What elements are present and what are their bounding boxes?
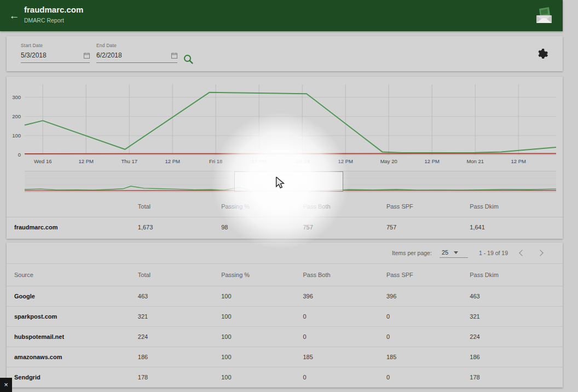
column-header: Passing % [221, 264, 303, 286]
chevron-left-icon [519, 250, 525, 256]
row-label: Google [7, 286, 138, 306]
x-axis-tick-label: 12 PM [165, 158, 180, 164]
column-header [7, 196, 138, 217]
x-axis-tick-label: 12 PM [251, 158, 267, 164]
cell-value: 100 [221, 306, 303, 326]
table-row[interactable]: hubspotemail.net22410000224 [7, 326, 563, 347]
column-header: Pass Dkim [470, 196, 563, 217]
settings-gear-icon[interactable] [536, 48, 548, 60]
chevron-right-icon [537, 250, 543, 256]
cell-value: 186 [470, 347, 563, 367]
cell-value: 0 [386, 367, 470, 387]
x-axis-tick-label: 12 PM [511, 158, 527, 164]
x-axis-tick-label: May 20 [380, 158, 397, 164]
table-header-row: TotalPassing %Pass BothPass SPFPass Dkim [7, 196, 563, 217]
date-filter-toolbar: Start Date 5/3/2018 End Date 6/2/2018 [7, 36, 563, 71]
calendar-icon[interactable] [84, 53, 90, 59]
cell-value: 100 [221, 326, 303, 347]
cell-value: 186 [138, 347, 221, 367]
x-axis-tick-label: Sat 19 [294, 158, 309, 164]
mouse-cursor-icon [275, 177, 285, 189]
start-date-label: Start Date [21, 43, 90, 48]
cell-value: 178 [138, 367, 221, 387]
cell-value: 98 [221, 217, 303, 238]
chart-range-selector[interactable] [25, 171, 556, 192]
cell-value: 224 [138, 326, 221, 347]
x-axis-tick-label: Thu 17 [121, 158, 137, 164]
cell-value: 185 [386, 347, 470, 367]
table-row[interactable]: fraudmarc.com1,673987577571,641 [7, 217, 563, 238]
cell-value: 321 [138, 306, 221, 326]
cell-value: 0 [303, 306, 386, 326]
cell-value: 185 [303, 347, 386, 367]
cell-value: 396 [386, 286, 470, 306]
chevron-down-icon [454, 251, 458, 254]
column-header: Pass SPF [386, 196, 470, 217]
cell-value: 757 [386, 217, 470, 238]
cell-value: 321 [470, 306, 563, 326]
cell-value: 1,673 [138, 217, 221, 238]
end-date-field[interactable]: End Date 6/2/2018 [96, 43, 177, 63]
page-range-label: 1 - 19 of 19 [479, 250, 508, 256]
cell-value: 757 [303, 217, 386, 238]
row-label: Sendgrid [7, 367, 138, 387]
cell-value: 224 [470, 326, 563, 347]
x-axis-tick-label: 12 PM [78, 158, 94, 164]
column-header: Pass Dkim [470, 264, 563, 286]
dmarc-volume-line-chart: 0100200300Wed 1612 PMThu 1712 PMFri 1812… [7, 77, 563, 169]
paginator: Items per page: 25 1 - 19 of 19 [392, 243, 547, 263]
cell-value: 178 [470, 367, 563, 387]
cell-value: 0 [386, 326, 470, 347]
search-icon[interactable] [183, 54, 194, 65]
column-header: Total [138, 264, 221, 286]
close-overlay-button[interactable]: × [0, 378, 12, 392]
end-date-value[interactable]: 6/2/2018 [96, 51, 122, 59]
cell-value: 463 [470, 286, 563, 306]
y-axis-tick-label: 200 [12, 113, 21, 119]
items-per-page-select[interactable]: 25 [440, 248, 468, 258]
column-header: Pass Both [303, 196, 386, 217]
x-axis-tick-label: 12 PM [338, 158, 353, 164]
row-label: fraudmarc.com [7, 217, 138, 238]
column-header: Source [7, 264, 138, 286]
sources-table-card: Items per page: 25 1 - 19 of 19 SourceTo… [7, 243, 563, 388]
end-date-label: End Date [96, 43, 177, 48]
y-axis-tick-label: 100 [12, 132, 21, 139]
row-label: sparkpost.com [7, 306, 138, 326]
cell-value: 100 [221, 347, 303, 367]
column-header: Pass Both [303, 264, 386, 286]
sources-table: SourceTotalPassing %Pass BothPass SPFPas… [7, 264, 563, 388]
page-subtitle: DMARC Report [24, 17, 64, 24]
domain-summary-table: TotalPassing %Pass BothPass SPFPass Dkim… [7, 196, 563, 238]
back-arrow-icon[interactable]: ← [8, 9, 21, 22]
x-axis-tick-label: Fri 18 [209, 158, 222, 164]
row-label: amazonaws.com [7, 347, 138, 367]
fraudmarc-envelope-logo-icon [533, 4, 555, 25]
x-axis-tick-label: 12 PM [425, 158, 440, 164]
table-row[interactable]: Sendgrid17810000178 [7, 367, 563, 387]
table-row[interactable]: Google463100396396463 [7, 286, 563, 306]
brush-selection-window[interactable] [234, 171, 343, 192]
column-header: Total [138, 196, 221, 217]
items-per-page-value: 25 [442, 249, 448, 256]
row-label: hubspotemail.net [7, 326, 138, 347]
next-page-button[interactable] [535, 247, 547, 259]
calendar-icon[interactable] [171, 53, 177, 59]
table-header-row: SourceTotalPassing %Pass BothPass SPFPas… [7, 264, 563, 286]
cell-value: 396 [303, 286, 386, 306]
cell-value: 463 [138, 286, 221, 306]
dmarc-volume-chart-card: 0100200300Wed 1612 PMThu 1712 PMFri 1812… [7, 77, 563, 239]
page-title: fraudmarc.com [24, 5, 83, 14]
items-per-page-label: Items per page: [392, 250, 432, 256]
table-row[interactable]: amazonaws.com186100185185186 [7, 347, 563, 367]
x-axis-tick-label: Mon 21 [466, 158, 484, 164]
table-row[interactable]: sparkpost.com32110000321 [7, 306, 563, 326]
y-axis-tick-label: 300 [12, 94, 21, 100]
cell-value: 100 [221, 367, 303, 387]
passing-volume-line [25, 93, 556, 153]
previous-page-button[interactable] [516, 247, 528, 259]
start-date-field[interactable]: Start Date 5/3/2018 [21, 43, 90, 63]
app-header: ← fraudmarc.com DMARC Report [0, 0, 563, 31]
cell-value: 0 [386, 306, 470, 326]
start-date-value[interactable]: 5/3/2018 [21, 51, 47, 59]
